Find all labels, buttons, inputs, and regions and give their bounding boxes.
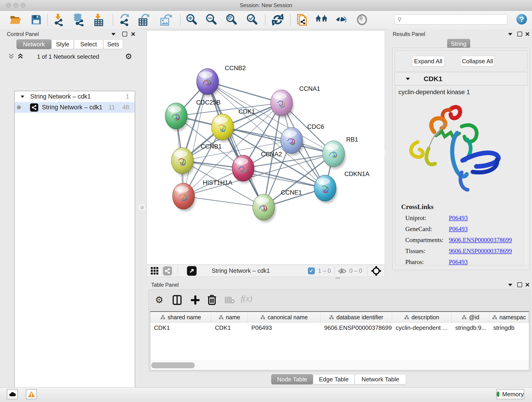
network-node[interactable]: RB1 [323, 136, 358, 167]
sphere-icon[interactable] [355, 13, 368, 26]
fit-selected-crosshair-icon[interactable] [371, 266, 381, 276]
left-splitter-handle[interactable] [138, 204, 145, 211]
collection-label: String Network – cdk1 [30, 93, 91, 100]
float-panel-icon[interactable] [111, 33, 115, 36]
collapse-all-icon[interactable] [8, 53, 15, 60]
table-cell[interactable]: stringdb:9... [452, 323, 490, 333]
search-field[interactable] [404, 16, 501, 23]
hidden-eye-slash-icon[interactable] [338, 268, 347, 274]
column-header[interactable]: description [392, 312, 452, 322]
export-table-icon[interactable] [138, 13, 150, 26]
close-panel-icon[interactable]: ✕ [525, 281, 530, 288]
column-header[interactable]: name [211, 312, 248, 322]
zoom-out-icon[interactable] [205, 13, 218, 26]
warning-button[interactable] [26, 389, 37, 399]
table-row[interactable]: CDK1CDK1P064939606.ENSP00000378699cyclin… [150, 323, 529, 333]
crosslink-value[interactable]: P06493 [449, 215, 468, 221]
network-node[interactable]: CCNA1 [271, 85, 320, 116]
import-table-icon[interactable] [93, 13, 105, 26]
table-hscroll-thumb[interactable] [151, 362, 195, 368]
column-header[interactable]: namespac [490, 312, 529, 322]
close-panel-icon[interactable]: ✕ [525, 31, 530, 38]
crosslink-label: Pharos: [405, 257, 449, 267]
help-icon[interactable]: ? [516, 14, 527, 25]
tab-network[interactable]: Network [17, 39, 51, 49]
close-panel-icon[interactable]: ✕ [131, 31, 136, 38]
crosslink-value[interactable]: 9606.ENSP00000378699 [449, 236, 512, 243]
refresh-icon[interactable] [271, 13, 284, 26]
show-columns-icon[interactable] [172, 295, 182, 305]
search-icon: ⚲ [398, 16, 402, 23]
home-pair-icon[interactable] [315, 13, 328, 26]
tab-string[interactable]: String [447, 39, 470, 49]
crosslink-value[interactable]: 9606.ENSP00000378699 [449, 248, 512, 254]
table-cell[interactable]: stringdb [490, 323, 529, 333]
results-panel-title: Results Panel [393, 31, 425, 37]
zoom-selected-icon[interactable] [246, 13, 259, 26]
attribute-icon [160, 315, 165, 319]
network-collection-row[interactable]: String Network – cdk1 1 [15, 91, 135, 102]
table-settings-gear-icon[interactable]: ⚙ [155, 294, 163, 305]
save-session-icon[interactable] [30, 13, 43, 26]
maximize-panel-icon[interactable] [517, 282, 522, 287]
network-node[interactable]: HIST1H1A [172, 179, 232, 209]
crosslink-value[interactable]: P06493 [449, 225, 468, 232]
import-network-icon[interactable] [52, 13, 65, 26]
tab-style[interactable]: Style [51, 39, 74, 49]
table-cell[interactable]: P06493 [248, 323, 321, 333]
function-builder-icon[interactable]: f(x) [241, 294, 252, 303]
float-panel-icon[interactable] [508, 284, 512, 286]
zoom-in-icon[interactable] [185, 13, 198, 26]
table-cell[interactable]: CDK1 [150, 323, 211, 333]
export-image-icon[interactable] [159, 13, 172, 26]
gene-disclosure-icon[interactable] [406, 78, 410, 80]
gene-section-header[interactable]: CDK1 [394, 72, 527, 85]
tab-network-table[interactable]: Network Table [355, 374, 406, 384]
collapse-all-button[interactable]: Collapse All [461, 56, 494, 66]
export-network-icon[interactable] [118, 13, 131, 26]
table-hscroll-track[interactable] [150, 361, 529, 370]
selected-counts: 1 – 0 [318, 268, 331, 274]
search-input[interactable]: ⚲ [394, 14, 507, 25]
column-header[interactable]: shared name [150, 312, 211, 322]
network-row-label: String Network – cdk1 [42, 104, 102, 111]
network-node[interactable]: CCNE1 [253, 189, 302, 220]
collection-disclosure-icon[interactable] [21, 96, 24, 98]
table-cell[interactable]: cyclin-dependent ... [392, 323, 452, 333]
network-row-selected[interactable]: String Network – cdk1 11 48 [15, 102, 135, 113]
selected-checkbox-icon[interactable]: ✓ [308, 268, 315, 274]
network-graph[interactable]: CCNB2CCNA1CDC25BCDK1CDC6RB1CCNB1CCNA2CDK… [147, 31, 385, 264]
add-column-icon[interactable] [190, 295, 200, 305]
tab-sets[interactable]: Sets [103, 39, 123, 49]
network-canvas[interactable]: CCNB2CCNA1CDC25BCDK1CDC6RB1CCNB1CCNA2CDK… [147, 31, 385, 265]
show-hide-eye-icon[interactable] [335, 13, 348, 26]
maximize-panel-icon[interactable] [122, 32, 127, 36]
toolbar-separator [180, 14, 181, 26]
zoom-fit-icon[interactable] [225, 13, 238, 26]
float-panel-icon[interactable] [508, 33, 512, 36]
import-database-icon[interactable] [72, 13, 85, 26]
maximize-panel-icon[interactable] [517, 32, 522, 36]
network-options-gear-icon[interactable]: ⚙ [125, 52, 132, 61]
birdseye-grid-icon[interactable] [151, 267, 159, 275]
table-cell[interactable]: CDK1 [211, 323, 248, 333]
table-cell[interactable]: 9606.ENSP00000378699 [321, 323, 392, 333]
network-node[interactable]: CDKN1A [314, 171, 370, 201]
column-header[interactable]: database identifier [321, 312, 392, 322]
string-document-icon[interactable] [296, 13, 309, 26]
expand-all-button[interactable]: Expand All [412, 56, 444, 66]
tab-edge-table[interactable]: Edge Table [313, 374, 355, 384]
tab-select[interactable]: Select [74, 39, 103, 49]
open-in-window-icon[interactable] [187, 266, 196, 276]
delete-column-trash-icon[interactable] [207, 294, 216, 305]
open-session-icon[interactable] [9, 13, 22, 26]
column-header[interactable]: @id [452, 312, 490, 322]
column-header[interactable]: canonical name [248, 312, 321, 322]
crosslink-value[interactable]: P06493 [449, 259, 468, 265]
delete-table-icon[interactable] [225, 296, 235, 304]
memory-button[interactable]: Memory [496, 389, 524, 399]
results-scrollbar-track[interactable] [524, 86, 527, 265]
cloud-button[interactable] [7, 389, 18, 399]
tab-node-table[interactable]: Node Table [271, 374, 313, 384]
network-type-share-icon[interactable] [163, 266, 172, 275]
